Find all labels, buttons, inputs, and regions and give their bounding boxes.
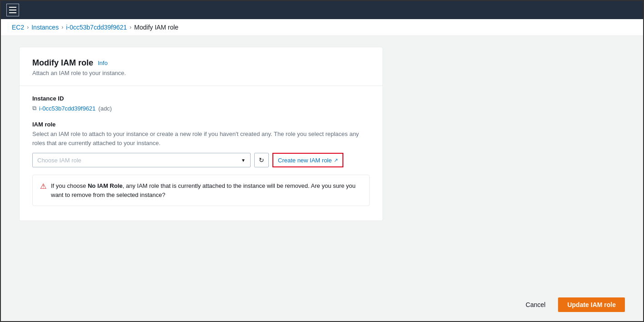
top-navigation-bar [1, 1, 643, 19]
iam-role-label: IAM role [32, 121, 370, 128]
page-body: Modify IAM role Info Attach an IAM role … [1, 36, 643, 288]
breadcrumb-instances-link[interactable]: Instances [31, 24, 59, 31]
info-link[interactable]: Info [98, 60, 108, 66]
breadcrumb-separator-1: › [27, 24, 29, 30]
warning-text: If you choose No IAM Role, any IAM role … [51, 181, 362, 199]
hamburger-line-3 [9, 12, 16, 13]
hamburger-line-2 [9, 10, 16, 10]
breadcrumb-separator-2: › [61, 24, 63, 30]
cancel-button[interactable]: Cancel [518, 297, 553, 312]
warning-no-iam-role-text: No IAM Role [88, 182, 123, 189]
card-subtitle: Attach an IAM role to your instance. [32, 70, 370, 76]
breadcrumb-separator-3: › [130, 24, 131, 30]
hamburger-menu-button[interactable] [6, 4, 19, 16]
instance-az: (adc) [98, 105, 112, 112]
instance-id-link[interactable]: i-0cc53b7cdd39f9621 [39, 105, 96, 112]
main-content: EC2 › Instances › i-0cc53b7cdd39f9621 › … [1, 19, 643, 321]
iam-controls: Choose IAM role ▼ ↻ Create new IAM role … [32, 153, 370, 167]
card-title-row: Modify IAM role Info [32, 58, 370, 68]
iam-role-select[interactable]: Choose IAM role ▼ [32, 153, 251, 167]
card-divider [20, 86, 382, 86]
footer-actions: Cancel Update IAM role [1, 288, 643, 321]
warning-icon: ⚠ [40, 182, 46, 191]
hamburger-line-1 [9, 7, 16, 8]
instance-id-row: ⧉ i-0cc53b7cdd39f9621 (adc) [32, 105, 370, 112]
create-iam-role-text: Create new IAM role [278, 157, 332, 164]
card-title: Modify IAM role [32, 58, 93, 68]
iam-role-description: Select an IAM role to attach to your ins… [32, 130, 370, 147]
copy-icon[interactable]: ⧉ [32, 105, 36, 112]
refresh-icon: ↻ [259, 156, 264, 164]
breadcrumb-ec2-link[interactable]: EC2 [12, 24, 24, 31]
dropdown-arrow-icon: ▼ [241, 158, 246, 163]
iam-role-select-placeholder: Choose IAM role [37, 157, 241, 164]
refresh-button[interactable]: ↻ [254, 153, 269, 167]
modify-iam-role-card: Modify IAM role Info Attach an IAM role … [19, 47, 383, 221]
breadcrumb: EC2 › Instances › i-0cc53b7cdd39f9621 › … [1, 19, 643, 36]
external-link-icon: ↗ [334, 157, 338, 163]
breadcrumb-instance-id-link[interactable]: i-0cc53b7cdd39f9621 [66, 24, 127, 31]
warning-box: ⚠ If you choose No IAM Role, any IAM rol… [32, 175, 370, 206]
breadcrumb-current-page: Modify IAM role [134, 24, 178, 31]
warning-text-prefix: If you choose [51, 182, 88, 189]
create-iam-role-link[interactable]: Create new IAM role ↗ [272, 153, 343, 167]
update-iam-role-button[interactable]: Update IAM role [558, 297, 625, 312]
instance-id-label: Instance ID [32, 95, 370, 102]
